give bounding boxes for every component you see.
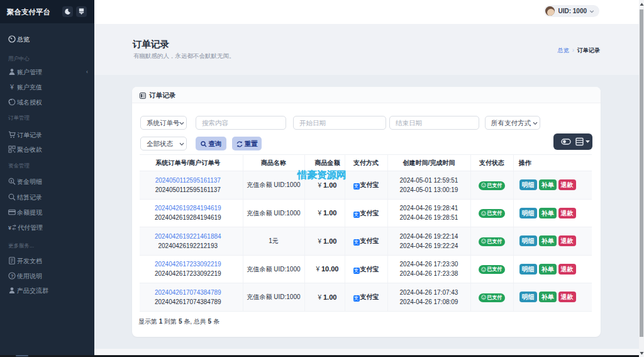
svg-text:?: ? xyxy=(11,273,14,279)
svg-text:¥: ¥ xyxy=(8,225,11,231)
